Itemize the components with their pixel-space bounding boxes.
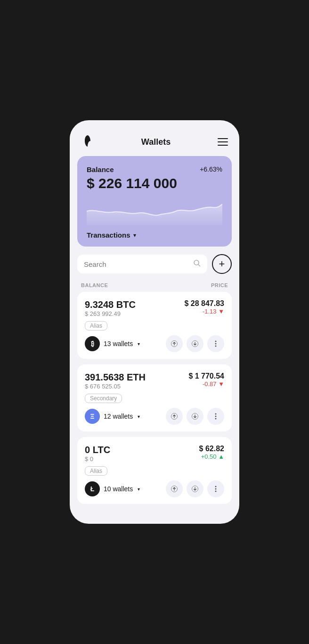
phone-shell: Wallets Balance +6.63% $ 226 114 000	[70, 120, 239, 524]
svg-point-4	[215, 341, 217, 342]
svg-point-6	[215, 346, 217, 347]
transactions-chevron-icon: ▾	[133, 232, 136, 239]
coin-price: $ 62.82	[199, 445, 224, 453]
coin-change: -0.87 ▼	[188, 380, 224, 388]
search-row: +	[77, 254, 232, 274]
svg-line-1	[198, 264, 200, 266]
coin-actions	[166, 480, 224, 497]
coin-alias-tag: Alias	[85, 466, 107, 476]
coin-card: 391.5638 ETH $ 676 525.05 $ 1 770.54 -0.…	[77, 364, 232, 431]
coin-usd-value: $ 0	[85, 455, 110, 462]
receive-button[interactable]	[187, 335, 203, 352]
svg-point-16	[215, 491, 217, 492]
wallets-count[interactable]: 10 wallets	[104, 485, 133, 493]
receive-button[interactable]	[187, 480, 203, 497]
svg-point-5	[215, 343, 217, 345]
coin-usd-value: $ 263 992.49	[85, 310, 136, 317]
add-icon: +	[219, 258, 225, 270]
search-box[interactable]	[77, 255, 207, 273]
coin-top-row: 391.5638 ETH $ 676 525.05 $ 1 770.54 -0.…	[85, 372, 224, 393]
price-column-label: PRICE	[211, 282, 228, 288]
coin-bottom-row: ₿ 13 wallets ▾	[85, 335, 224, 352]
svg-point-9	[215, 413, 217, 415]
balance-chart	[87, 197, 222, 225]
search-icon	[193, 259, 201, 269]
coin-bottom-row: Ξ 12 wallets ▾	[85, 408, 224, 425]
balance-change: +6.63%	[200, 165, 222, 173]
coin-card: 0 LTC $ 0 $ 62.82 +0.50 ▲ Alias Ł 10 wal…	[77, 437, 232, 504]
balance-column-label: BALANCE	[81, 282, 108, 288]
coin-actions	[166, 408, 224, 425]
coin-top-row: 0 LTC $ 0 $ 62.82 +0.50 ▲	[85, 445, 224, 465]
column-labels: BALANCE PRICE	[70, 281, 239, 292]
wallets-count[interactable]: 12 wallets	[104, 413, 133, 420]
svg-point-15	[215, 488, 217, 490]
send-button[interactable]	[166, 480, 183, 497]
coin-icon: ₿	[85, 336, 100, 351]
coin-icon: Ł	[85, 481, 100, 496]
send-button[interactable]	[166, 335, 183, 352]
coin-bottom-row: Ł 10 wallets ▾	[85, 480, 224, 497]
svg-point-10	[215, 416, 217, 417]
wallets-chevron-icon[interactable]: ▾	[138, 414, 140, 419]
wallets-count[interactable]: 13 wallets	[104, 340, 133, 347]
coin-icon: Ξ	[85, 409, 100, 424]
coin-usd-value: $ 676 525.05	[85, 383, 146, 390]
balance-label: Balance	[87, 165, 114, 173]
balance-card: Balance +6.63% $ 226 114 000 Transaction…	[77, 156, 232, 247]
balance-amount: $ 226 114 000	[87, 175, 222, 191]
search-input[interactable]	[84, 260, 189, 268]
coin-price: $ 1 770.54	[188, 372, 224, 380]
coin-change: +0.50 ▲	[199, 453, 224, 460]
more-button[interactable]	[207, 408, 224, 425]
header: Wallets	[70, 130, 239, 156]
coin-amount: 0 LTC	[85, 445, 110, 455]
logo-icon	[81, 134, 94, 149]
menu-button[interactable]	[218, 138, 228, 146]
transactions-label: Transactions	[87, 231, 130, 239]
coin-amount: 391.5638 ETH	[85, 372, 146, 383]
transactions-button[interactable]: Transactions ▾	[87, 225, 222, 247]
coin-change: -1.13 ▼	[184, 308, 224, 315]
coin-top-row: 9.3248 BTC $ 263 992.49 $ 28 847.83 -1.1…	[85, 299, 224, 320]
more-button[interactable]	[207, 335, 224, 352]
coin-card: 9.3248 BTC $ 263 992.49 $ 28 847.83 -1.1…	[77, 292, 232, 359]
coin-alias-tag: Alias	[85, 321, 107, 330]
svg-point-14	[215, 486, 217, 487]
coin-actions	[166, 335, 224, 352]
coin-amount: 9.3248 BTC	[85, 299, 136, 310]
add-wallet-button[interactable]: +	[212, 254, 232, 274]
coin-alias-tag: Secondary	[85, 394, 122, 403]
coin-list: 9.3248 BTC $ 263 992.49 $ 28 847.83 -1.1…	[70, 292, 239, 504]
send-button[interactable]	[166, 408, 183, 425]
svg-point-11	[215, 418, 217, 420]
more-button[interactable]	[207, 480, 224, 497]
wallets-chevron-icon[interactable]: ▾	[138, 487, 140, 492]
wallets-chevron-icon[interactable]: ▾	[138, 341, 140, 347]
receive-button[interactable]	[187, 408, 203, 425]
coin-price: $ 28 847.83	[184, 299, 224, 308]
page-title: Wallets	[141, 137, 171, 147]
